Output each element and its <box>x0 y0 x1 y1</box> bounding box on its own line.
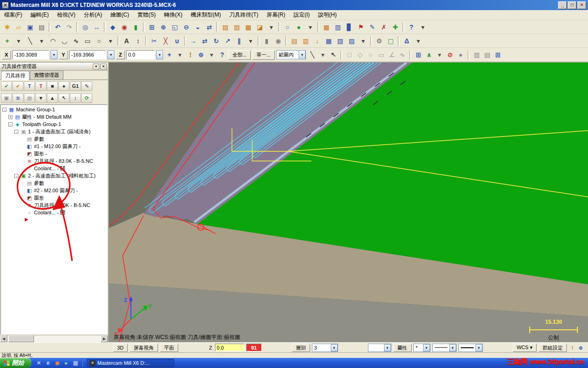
create-point[interactable]: + <box>1 35 13 46</box>
stock-display[interactable]: ▮ <box>130 22 141 33</box>
cursor-warning[interactable]: ! <box>186 50 195 60</box>
toggle-toolpath-display[interactable]: ≋ <box>12 93 23 103</box>
origin-target-icon[interactable]: ⊕ <box>577 344 584 351</box>
chevron-down-icon[interactable]: ▾ <box>156 50 163 59</box>
tree-item[interactable]: 圖形 <box>1 194 107 201</box>
scrollbar-track[interactable] <box>7 335 101 342</box>
edit-operations[interactable]: ✎ <box>81 81 92 91</box>
sel-angle-mode[interactable]: ∠ <box>387 50 396 60</box>
post-g1[interactable]: G1 <box>70 81 81 91</box>
tree-expander[interactable]: - <box>14 130 18 134</box>
menu-item[interactable]: 機床類型(M) <box>187 10 225 20</box>
tree-expander[interactable] <box>20 196 24 200</box>
dimension[interactable]: ↕ <box>132 35 144 46</box>
toolpath-face[interactable]: ▦ <box>323 35 334 46</box>
status-gview-button[interactable]: 屏幕視角 <box>130 344 158 352</box>
snap-settings[interactable]: ⊞ <box>493 50 503 60</box>
redo[interactable]: ↷ <box>63 22 75 33</box>
toolpath-surface-rough[interactable]: ▧ <box>334 35 346 46</box>
xform-mirror[interactable]: ⇄ <box>199 35 210 46</box>
scroll-right-arrow[interactable]: ▶ <box>101 335 108 342</box>
tree-expander[interactable] <box>20 203 24 207</box>
xform-offset[interactable]: ∥ <box>233 35 245 46</box>
panel-close-icon[interactable]: ✕ <box>100 63 107 69</box>
y-axis-label[interactable]: Y <box>59 50 68 59</box>
lock-toolpath[interactable]: ▣ <box>1 93 12 103</box>
zoom-out[interactable]: ⊖ <box>181 22 192 33</box>
file-save[interactable]: ▣ <box>24 22 36 33</box>
create-line[interactable]: ╲ <box>24 35 36 46</box>
move-insert[interactable]: ↖ <box>58 93 69 103</box>
repaint[interactable]: ◉ <box>119 22 130 33</box>
fastpoint-menu[interactable]: ▾ <box>175 50 185 60</box>
chevron-down-icon[interactable]: ▾ <box>299 50 305 59</box>
status-level-button[interactable]: 層別 <box>292 344 310 352</box>
sel-point-mode[interactable]: □ <box>345 50 354 60</box>
analyze-distance[interactable]: ↔ <box>91 22 102 33</box>
grid-settings[interactable]: ▦ <box>321 22 332 33</box>
tree-item[interactable]: #2 - M2.00 圓鼻刀 - <box>1 187 107 194</box>
pan[interactable]: ⇄ <box>204 22 215 33</box>
machine-settings[interactable]: ⚙ <box>373 35 385 46</box>
x-coordinate-input[interactable] <box>12 50 49 59</box>
tree-expander[interactable]: - <box>8 122 12 126</box>
regen-dirty[interactable]: T <box>35 81 46 91</box>
select-cursor[interactable]: ↖ <box>328 50 338 60</box>
create-fillet[interactable]: ◡ <box>59 35 70 46</box>
tree-expander[interactable] <box>20 137 24 141</box>
clear-selection[interactable]: ⊘ <box>445 50 455 60</box>
window-select[interactable]: ⊞ <box>413 50 423 60</box>
gview-front[interactable]: ▨ <box>231 22 243 33</box>
status-planes-button[interactable]: 平面 <box>160 344 178 352</box>
y-coordinate-input[interactable] <box>69 50 106 59</box>
maximize-button[interactable]: □ <box>568 1 577 9</box>
plane-menu[interactable]: ▾ <box>413 35 424 46</box>
cursor-help[interactable]: ? <box>217 50 227 60</box>
tree-item[interactable]: 參數 <box>1 135 107 143</box>
menu-item[interactable]: 屏幕(R) <box>262 10 289 20</box>
sel-spline-mode[interactable]: ∿ <box>397 50 407 60</box>
x-axis-label[interactable]: X <box>2 50 11 59</box>
tab-solids[interactable]: 實體管理器 <box>30 70 63 80</box>
tree-item[interactable]: 刀具路徑 - 0.0K - B-5.NC <box>1 201 107 209</box>
status-3d-button[interactable]: 3D <box>113 344 128 352</box>
select-dirty-operations[interactable]: ✔ <box>12 81 23 91</box>
tree-item[interactable]: - 1 - 高速曲面加工 (區域清角) <box>1 128 107 135</box>
refresh-tree[interactable]: ⟳ <box>81 93 92 103</box>
quicklaunch-ie[interactable]: e <box>44 359 52 367</box>
regen-selected[interactable]: T <box>24 81 35 91</box>
chevron-down-icon[interactable]: ▾ <box>51 50 57 59</box>
scrollbar-thumb[interactable] <box>8 335 34 342</box>
file-open[interactable]: ▱ <box>13 22 24 33</box>
create-arc[interactable]: ◠ <box>47 35 59 46</box>
select-all-button[interactable]: 全部... <box>228 50 251 60</box>
move-up[interactable]: ▲ <box>47 93 58 103</box>
tree-item[interactable]: Coolant... - 關 <box>1 165 107 172</box>
status-wcs-button[interactable]: WCS ▾ <box>513 344 537 352</box>
menu-item[interactable]: 轉換(X) <box>160 10 187 20</box>
create-menu[interactable]: ▾ <box>105 35 116 46</box>
histogram[interactable]: ▊ <box>344 22 355 33</box>
chevron-down-icon[interactable]: ▾ <box>475 344 482 351</box>
xform-scale[interactable]: ↗ <box>222 35 233 46</box>
tree-item[interactable]: 圖形 - <box>1 150 107 157</box>
sel-surface-mode[interactable]: ▭ <box>376 50 386 60</box>
edit-entity[interactable]: ✎ <box>367 22 378 33</box>
tree-item[interactable]: #1 - M12.00 圓鼻刀 - <box>1 143 107 150</box>
shading-menu[interactable]: ▾ <box>305 22 316 33</box>
start-button[interactable]: 開始 <box>0 358 31 368</box>
insertion-arrow[interactable]: ▶ <box>1 216 107 223</box>
undo[interactable]: ↶ <box>52 22 63 33</box>
help-menu[interactable]: ▾ <box>417 22 429 33</box>
grid-toggle[interactable]: ▥ <box>472 50 481 60</box>
cursor-origin[interactable]: ⊕ <box>196 50 206 60</box>
chevron-down-icon[interactable]: ▾ <box>423 344 430 351</box>
gview-right[interactable]: ▩ <box>243 22 254 33</box>
chevron-down-icon[interactable]: ▾ <box>331 344 338 351</box>
tree-item[interactable]: 刀具路徑 - 83.0K - B-5.NC <box>1 157 107 165</box>
menu-item[interactable]: 實體(S) <box>133 10 160 20</box>
toolpath-contour[interactable]: ▤ <box>288 35 300 46</box>
print[interactable]: ▤ <box>36 22 47 33</box>
scroll-operations[interactable]: ↕ <box>70 93 81 103</box>
toggle-posting[interactable]: ▤ <box>24 93 35 103</box>
